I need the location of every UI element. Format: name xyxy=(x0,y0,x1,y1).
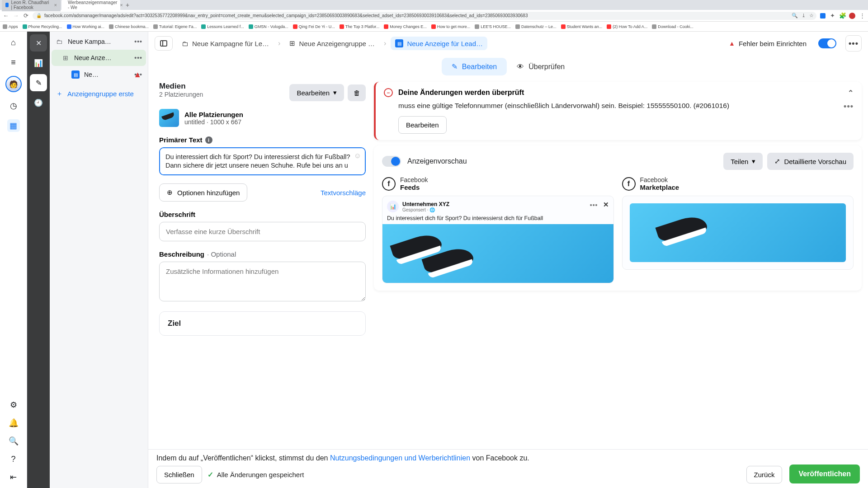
more-icon[interactable]: ••• xyxy=(134,54,142,61)
add-options-button[interactable]: ⊕ Optionen hinzufügen xyxy=(159,183,247,202)
global-nav-rail: ⌂ ≡ 🧑 ◷ ▦ ⚙ 🔔 🔍 ? ⇤ xyxy=(0,32,27,488)
profile-avatar-icon[interactable] xyxy=(849,13,855,19)
browser-tab[interactable]: Leon R. Chaudhari | Facebook × xyxy=(2,0,61,11)
detailed-preview-button[interactable]: ⤢ Detaillierte Vorschau xyxy=(767,153,854,170)
search-icon[interactable]: 🔍 xyxy=(792,13,798,19)
close-icon[interactable]: × xyxy=(120,2,123,8)
description-input[interactable] xyxy=(159,262,366,301)
more-icon[interactable]: ••• xyxy=(134,38,142,45)
edit-icon[interactable]: ✎ xyxy=(30,74,47,91)
publish-button[interactable]: Veröffentlichen xyxy=(789,465,860,483)
bookmark-item[interactable]: GMSN - Vologda... xyxy=(249,24,288,29)
bookmark-item[interactable]: Chinese bookma... xyxy=(109,24,149,29)
gear-icon[interactable]: ⚙ xyxy=(7,399,20,411)
home-icon[interactable]: ⌂ xyxy=(7,36,20,49)
bookmark-item[interactable]: Money Changes E... xyxy=(384,24,427,29)
primary-text-input[interactable] xyxy=(159,147,366,175)
collapse-icon[interactable]: ⇤ xyxy=(7,471,20,483)
extensions-icon[interactable]: ✦ xyxy=(829,12,835,19)
close-button[interactable]: Schließen xyxy=(156,466,202,483)
chevron-down-icon: ▾ xyxy=(333,89,337,97)
alert-edit-button[interactable]: Bearbeiten xyxy=(398,116,447,134)
editor-main: 🗀 Neue Kampagne für Le… › ⊞ Neue Anzeige… xyxy=(148,32,868,488)
grid-icon[interactable]: ▦ xyxy=(7,119,20,132)
url-text: facebook.com/adsmanager/manage/ads/edit?… xyxy=(44,13,528,18)
delete-media-button[interactable]: 🗑 xyxy=(348,84,366,101)
chart-icon[interactable]: 📊 xyxy=(30,54,47,71)
add-adset-button[interactable]: ＋ Anzeigengruppe erste xyxy=(52,83,146,104)
back-button[interactable]: Zurück xyxy=(746,466,783,483)
install-icon[interactable]: ⤓ xyxy=(802,13,806,19)
facebook-ext-icon[interactable] xyxy=(820,13,826,19)
menu-icon[interactable]: ≡ xyxy=(7,56,20,69)
forward-icon[interactable]: → xyxy=(13,12,19,19)
bell-icon[interactable]: 🔔 xyxy=(7,417,20,429)
gauge-icon[interactable]: ◷ xyxy=(7,99,20,112)
tab-edit[interactable]: ✎ Bearbeiten xyxy=(442,58,507,75)
breadcrumb-campaign[interactable]: 🗀 Neue Kampagne für Le… xyxy=(177,37,274,50)
back-icon[interactable]: ← xyxy=(3,12,9,19)
close-editor-button[interactable]: ✕ xyxy=(30,34,47,52)
preview-toggle[interactable] xyxy=(382,156,401,167)
terms-link[interactable]: Nutzungsbedingungen und Werberichtlinien xyxy=(330,454,470,462)
search-icon[interactable]: 🔍 xyxy=(7,435,20,447)
new-tab-button[interactable]: + xyxy=(124,1,131,9)
bookmark-item[interactable]: LEE'S HOUSE... xyxy=(475,24,511,29)
bookmark-item[interactable]: How Working ai... xyxy=(67,24,104,29)
bookmark-item[interactable]: Lessons Learned f... xyxy=(201,24,244,29)
bookmark-item[interactable]: The Top 3 Platfor... xyxy=(340,24,379,29)
breadcrumb-adset[interactable]: ⊞ Neue Anzeigengruppe … xyxy=(285,37,379,50)
bookmarks-bar: Apps Phone Recycling... How Working ai..… xyxy=(0,22,868,32)
bookmark-item[interactable]: Tutorial: Eigene Fa... xyxy=(153,24,197,29)
tab-strip: Leon R. Chaudhari | Facebook × Werbeanze… xyxy=(0,0,868,10)
close-icon[interactable]: ✕ xyxy=(603,201,609,209)
edit-media-button[interactable]: Bearbeiten ▾ xyxy=(289,84,344,101)
alert-title: Deine Änderungen werden überprüft xyxy=(398,89,524,97)
info-icon[interactable]: i xyxy=(205,136,212,144)
setup-error[interactable]: ▲ Fehler beim Einrichten xyxy=(729,40,807,47)
close-icon[interactable]: × xyxy=(54,2,57,8)
media-meta: untitled · 1000 x 667 xyxy=(184,118,243,126)
chevron-up-icon[interactable]: ⌃ xyxy=(848,89,854,97)
user-avatar[interactable]: 🧑 xyxy=(5,76,22,92)
more-icon[interactable]: ••• xyxy=(590,202,598,209)
tree-adset[interactable]: ⊞ Neue Anze… ••• xyxy=(52,50,146,66)
star-icon[interactable]: ☆ xyxy=(809,13,814,19)
tree-campaign[interactable]: 🗀 Neue Kampa… ••• xyxy=(52,33,146,50)
warning-icon: ▲ xyxy=(729,40,735,47)
side-column: – Deine Änderungen werden überprüft ⌃ mu… xyxy=(372,80,868,488)
puzzle-icon[interactable]: 🧩 xyxy=(839,12,845,19)
menu-icon[interactable]: ⋮ xyxy=(859,12,865,19)
bookmark-item[interactable]: Datenschutz – Le... xyxy=(515,24,557,29)
more-button[interactable]: ••• xyxy=(845,35,862,52)
more-icon[interactable]: ••• xyxy=(844,102,854,111)
bookmark-item[interactable]: Student Wants an... xyxy=(561,24,603,29)
campaign-tree: 🗀 Neue Kampa… ••• ⊞ Neue Anze… ••• ▤ Ne…… xyxy=(50,32,148,488)
bookmark-item[interactable]: Phone Recycling... xyxy=(23,24,62,29)
browser-tab-active[interactable]: Werbeanzeigenmanager - We × xyxy=(61,0,120,11)
bookmark-item[interactable]: (2) How To Add A... xyxy=(607,24,647,29)
breadcrumb-ad[interactable]: ▤ Neue Anzeige für Lead… xyxy=(391,37,487,50)
media-row[interactable]: Alle Platzierungen untitled · 1000 x 667 xyxy=(159,106,366,133)
ad-active-toggle[interactable] xyxy=(818,38,836,48)
bookmark-item[interactable]: How to get more... xyxy=(431,24,471,29)
help-icon[interactable]: ? xyxy=(7,453,20,465)
panel-toggle-button[interactable] xyxy=(155,36,173,51)
tree-ad[interactable]: ▤ Ne… ••• ▲ xyxy=(52,66,146,83)
bookmark-item[interactable]: Download - Cooki... xyxy=(652,24,693,29)
text-suggestions-link[interactable]: Textvorschläge xyxy=(321,189,366,197)
alert-body-text: muss eine gültige Telefonnummer (einschl… xyxy=(398,102,729,109)
breadcrumb-label: Neue Anzeigengruppe … xyxy=(299,40,375,47)
tab-review[interactable]: 👁 Überprüfen xyxy=(507,58,575,75)
share-button[interactable]: Teilen ▾ xyxy=(723,153,763,170)
headline-input[interactable] xyxy=(159,222,366,241)
emoji-icon[interactable]: ☺ xyxy=(354,152,361,160)
sidebar-icon xyxy=(160,39,168,47)
apps-button[interactable]: Apps xyxy=(3,24,18,29)
address-bar[interactable]: 🔒 facebook.com/adsmanager/manage/ads/edi… xyxy=(33,12,816,20)
history-icon[interactable]: 🕘 xyxy=(30,94,47,111)
channel-app: Facebook xyxy=(400,176,428,183)
reload-icon[interactable]: ⟳ xyxy=(23,12,29,19)
bookmark-item[interactable]: Qing Fei De Yi - U... xyxy=(293,24,335,29)
media-thumbnail xyxy=(159,109,179,127)
